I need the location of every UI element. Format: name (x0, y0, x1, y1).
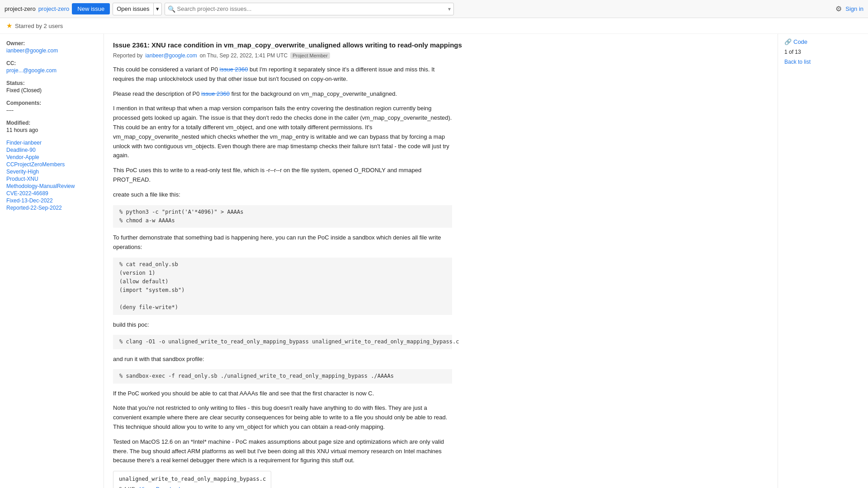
modified-value: 11 hours ago (6, 127, 97, 133)
report-date: on Thu, Sep 22, 2022, 1:41 PM UTC (200, 52, 288, 59)
search-dropdown-icon[interactable]: ▾ (448, 6, 451, 12)
right-panel-nav: 1 of 13 (784, 49, 862, 55)
project-link[interactable]: project-zero (38, 5, 70, 12)
components-label: Components: (6, 100, 97, 106)
main-content: Issue 2361: XNU race condition in vm_map… (104, 34, 778, 488)
issue-count: 1 of 13 (784, 49, 801, 55)
sidebar-components-field: Components: ---- (0, 98, 104, 115)
cc-label: CC: (6, 60, 97, 66)
right-panel: 🔗 Code 1 of 13 Back to list (778, 34, 868, 488)
body-para-9: If the PoC worked you should be able to … (113, 389, 452, 399)
search-bar: 🔍 ▾ (165, 3, 454, 15)
code-link-icon: 🔗 (784, 38, 792, 45)
body-para-2: Please read the description of P0 issue … (113, 89, 452, 99)
code-link-label: Code (793, 38, 807, 45)
body-para-7: build this poc: (113, 320, 452, 330)
top-nav-left: project-zero project-zero New issue Open… (5, 3, 832, 15)
search-icon: 🔍 (168, 5, 175, 13)
code-block-2: % cat read_only.sb (version 1) (allow de… (113, 258, 452, 315)
body-para-6: To further demonstrate that something ba… (113, 233, 452, 252)
new-issue-button[interactable]: New issue (72, 3, 110, 14)
sidebar-tag[interactable]: Reported-22-Sep-2022 (6, 205, 97, 211)
body-para-10: Note that you're not restricted to only … (113, 404, 452, 432)
issue-body: This could be considered a variant of P0… (113, 65, 452, 488)
reported-by-label: Reported by (113, 52, 142, 59)
project-member-badge: Project Member (290, 52, 330, 59)
attachment-size: 8.4 KB (119, 485, 135, 488)
reporter-email[interactable]: ianbeer@google.com (145, 52, 197, 59)
sidebar-tag[interactable]: Fixed-13-Dec-2022 (6, 197, 97, 204)
sidebar-cc-field: CC: proje...@google.com (0, 58, 104, 75)
top-nav: project-zero project-zero New issue Open… (0, 0, 868, 18)
starred-bar: ★ Starred by 2 users (0, 18, 868, 34)
search-input[interactable] (177, 5, 446, 12)
top-nav-right: ⚙ Sign in (835, 5, 863, 13)
code-link[interactable]: 🔗 Code (784, 38, 862, 45)
sidebar-tag[interactable]: Vendor-Apple (6, 154, 97, 160)
code-block-4: % sandbox-exec -f read_only.sb ./unalign… (113, 369, 452, 383)
sidebar-tag[interactable]: Methodology-ManualReview (6, 183, 97, 189)
strikethrough-1[interactable]: issue 2360 (220, 66, 248, 73)
code-block-3: % clang -O1 -o unaligned_write_to_read_o… (113, 335, 452, 349)
components-value: ---- (6, 107, 97, 113)
back-to-list-link[interactable]: Back to list (784, 59, 862, 65)
sidebar-owner-field: Owner: ianbeer@google.com (0, 38, 104, 56)
star-icon: ★ (6, 22, 12, 30)
issue-title: Issue 2361: XNU race condition in vm_map… (113, 40, 769, 50)
main-layout: Owner: ianbeer@google.com CC: proje...@g… (0, 34, 868, 488)
issue-meta: Reported by ianbeer@google.com on Thu, S… (113, 52, 769, 59)
sidebar-tag[interactable]: CCProjectZeroMembers (6, 161, 97, 168)
issues-dropdown-arrow[interactable]: ▾ (153, 3, 161, 15)
attachment-box: unaligned_write_to_read_only_mapping_byp… (113, 471, 271, 488)
attachment-name: unaligned_write_to_read_only_mapping_byp… (119, 475, 265, 483)
settings-icon-button[interactable]: ⚙ (835, 5, 842, 13)
sidebar-tag[interactable]: CVE-2022-46689 (6, 190, 97, 197)
sidebar-tag[interactable]: Severity-High (6, 169, 97, 175)
sidebar-tag[interactable]: Finder-ianbeer (6, 140, 97, 146)
modified-label: Modified: (6, 120, 97, 126)
sidebar-status-field: Status: Fixed (Closed) (0, 78, 104, 95)
owner-label: Owner: (6, 40, 97, 47)
body-para-5: create such a file like this: (113, 190, 452, 200)
cc-value[interactable]: proje...@google.com (6, 67, 97, 74)
attachment-view-link[interactable]: View (140, 485, 151, 488)
status-value: Fixed (Closed) (6, 87, 97, 94)
issues-dropdown-label: Open issues (113, 3, 153, 15)
code-block-1: % python3 -c "print('A'*4096)" > AAAAs %… (113, 205, 452, 228)
body-para-4: This PoC uses this to write to a read-on… (113, 166, 452, 185)
body-para-1: This could be considered a variant of P0… (113, 65, 452, 84)
sidebar-tag[interactable]: Deadline-90 (6, 147, 97, 153)
status-label: Status: (6, 80, 97, 86)
owner-value[interactable]: ianbeer@google.com (6, 47, 97, 54)
starred-text: Starred by 2 users (15, 23, 63, 29)
content-and-right: Issue 2361: XNU race condition in vm_map… (104, 34, 868, 488)
sidebar-tag[interactable]: Product-XNU (6, 176, 97, 182)
issues-dropdown[interactable]: Open issues ▾ (113, 3, 161, 15)
attachment-meta: 8.4 KB View Download (119, 485, 265, 488)
sidebar-modified-field: Modified: 11 hours ago (0, 118, 104, 135)
sidebar-tags: Finder-ianbeerDeadline-90Vendor-AppleCCP… (0, 138, 104, 213)
body-para-8: and run it with that sandbox profile: (113, 355, 452, 364)
attachment-download-link[interactable]: Download (156, 485, 180, 488)
body-para-11: Tested on MacOS 12.6 on an *Intel* machi… (113, 437, 452, 465)
sidebar: Owner: ianbeer@google.com CC: proje...@g… (0, 34, 104, 488)
strikethrough-2[interactable]: issue 2360 (201, 90, 230, 97)
body-para-3: I mention in that writeup that when a ma… (113, 104, 452, 160)
project-zero-label: project-zero (5, 5, 36, 12)
signin-link[interactable]: Sign in (845, 5, 863, 12)
